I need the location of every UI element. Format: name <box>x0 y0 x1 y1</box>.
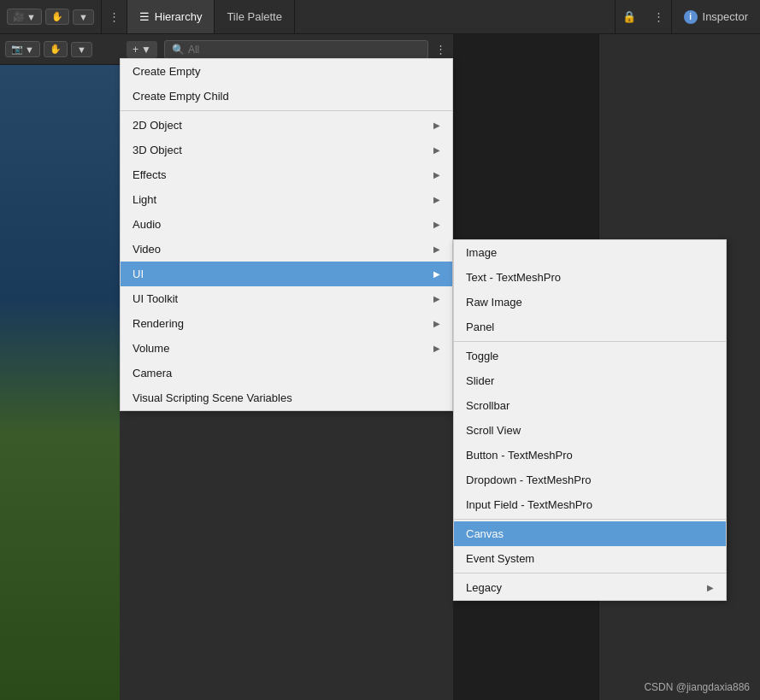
light-arrow: ▶ <box>433 195 440 204</box>
tab-tile-palette[interactable]: Tile Palette <box>215 0 295 33</box>
menu-item-scroll-view[interactable]: Scroll View <box>454 418 726 443</box>
hand2-icon: ✋ <box>50 44 62 55</box>
volume-arrow: ▶ <box>433 344 440 353</box>
rendering-arrow: ▶ <box>433 319 440 328</box>
camera-dropdown-arrow: ▼ <box>27 12 36 22</box>
audio-label: Audio <box>133 218 161 231</box>
2d-object-arrow: ▶ <box>433 121 440 130</box>
3d-object-label: 3D Object <box>133 144 182 156</box>
watermark: CSDN @jiangdaxia886 <box>644 681 750 693</box>
raw-image-label: Raw Image <box>466 296 522 309</box>
menu-item-audio[interactable]: Audio ▶ <box>121 212 452 237</box>
create-empty-child-label: Create Empty Child <box>133 90 229 103</box>
video-arrow: ▶ <box>433 244 440 254</box>
panel-label: Panel <box>466 321 494 333</box>
hierarchy-more-btn[interactable]: ⋮ <box>435 43 446 56</box>
3d-object-arrow: ▶ <box>433 145 440 155</box>
lock-icon[interactable]: 🔒 <box>622 10 636 23</box>
menu-item-camera[interactable]: Camera <box>121 361 452 385</box>
divider-1 <box>121 110 452 111</box>
menu-item-ui-toolkit[interactable]: UI Toolkit ▶ <box>121 286 452 311</box>
image-label: Image <box>466 246 497 259</box>
menu-item-slider[interactable]: Slider <box>454 368 726 393</box>
arrow2-icon: ▼ <box>77 44 86 55</box>
hierarchy-dots-icon: ⋮ <box>435 43 446 56</box>
menu-item-raw-image[interactable]: Raw Image <box>454 290 726 315</box>
menu-item-3d-object[interactable]: 3D Object ▶ <box>121 138 452 162</box>
menu-item-scrollbar[interactable]: Scrollbar <box>454 393 726 418</box>
submenu-divider-1 <box>454 341 726 342</box>
context-menu-main: Create Empty Create Empty Child 2D Objec… <box>120 58 453 411</box>
hand-icon: ✋ <box>51 11 63 22</box>
camera-icon: 🎥 <box>13 11 25 22</box>
arrow-dropdown: ▼ <box>79 12 88 22</box>
submenu-divider-2 <box>454 519 726 520</box>
camera-tool-btn[interactable]: 🎥 ▼ <box>7 9 42 25</box>
menu-item-ui[interactable]: UI ▶ <box>121 262 452 286</box>
ui-toolkit-label: UI Toolkit <box>133 292 178 305</box>
menu-item-text-textmeshpro[interactable]: Text - TextMeshPro <box>454 265 726 290</box>
light-label: Light <box>133 193 156 206</box>
audio-arrow: ▶ <box>433 220 440 229</box>
input-field-tmp-label: Input Field - TextMeshPro <box>466 498 592 511</box>
menu-item-video[interactable]: Video ▶ <box>121 237 452 262</box>
cam-icon: 📷 <box>11 44 23 55</box>
menu-item-event-system[interactable]: Event System <box>454 546 726 571</box>
scene-background <box>0 34 120 700</box>
ui-label: UI <box>133 268 144 280</box>
menu-item-input-field-textmeshpro[interactable]: Input Field - TextMeshPro <box>454 492 726 517</box>
menu-item-button-textmeshpro[interactable]: Button - TextMeshPro <box>454 443 726 468</box>
top-bar-dots-btn[interactable]: ⋮ <box>646 0 671 33</box>
menu-item-canvas[interactable]: Canvas <box>454 521 726 546</box>
menu-item-light[interactable]: Light ▶ <box>121 187 452 212</box>
toggle-label: Toggle <box>466 350 498 362</box>
camera-label: Camera <box>133 367 172 379</box>
video-label: Video <box>133 243 161 256</box>
context-menu-ui-submenu: Image Text - TextMeshPro Raw Image Panel… <box>453 239 727 601</box>
menu-item-volume[interactable]: Volume ▶ <box>121 336 452 361</box>
slider-label: Slider <box>466 374 494 387</box>
three-dots-icon: ⋮ <box>109 10 120 23</box>
menu-item-toggle[interactable]: Toggle <box>454 344 726 368</box>
menu-item-legacy[interactable]: Legacy ▶ <box>454 575 726 600</box>
menu-item-visual-scripting[interactable]: Visual Scripting Scene Variables <box>121 385 452 410</box>
legacy-label: Legacy <box>466 581 502 594</box>
menu-item-create-empty-child[interactable]: Create Empty Child <box>121 84 452 109</box>
text-tmp-label: Text - TextMeshPro <box>466 271 561 284</box>
menu-item-panel[interactable]: Panel <box>454 315 726 339</box>
tile-palette-tab-label: Tile Palette <box>227 10 282 23</box>
scene-hand-btn[interactable]: ✋ <box>44 41 68 57</box>
effects-label: Effects <box>133 168 167 181</box>
legacy-arrow: ▶ <box>707 583 714 592</box>
hierarchy-tab-label: Hierarchy <box>155 10 203 23</box>
menu-item-create-empty[interactable]: Create Empty <box>121 59 452 84</box>
menu-item-image[interactable]: Image <box>454 240 726 265</box>
2d-object-label: 2D Object <box>133 119 182 132</box>
tab-hierarchy[interactable]: ☰ Hierarchy <box>127 0 215 33</box>
lock-area: 🔒 <box>615 0 646 33</box>
tab-group: 🎥 ▼ ✋ ▼ ⋮ ☰ Hierarchy Tile Palette <box>0 0 295 33</box>
info-icon: i <box>684 10 698 24</box>
menu-item-2d-object[interactable]: 2D Object ▶ <box>121 113 452 138</box>
scrollbar-label: Scrollbar <box>466 399 510 412</box>
scroll-view-label: Scroll View <box>466 424 521 437</box>
rendering-label: Rendering <box>133 317 184 330</box>
hierarchy-search-box: 🔍 <box>164 40 428 59</box>
plus-icon: + <box>133 44 138 56</box>
menu-item-effects[interactable]: Effects ▶ <box>121 162 452 187</box>
scene-camera-btn[interactable]: 📷 ▼ <box>5 41 40 57</box>
scene-arrow-btn[interactable]: ▼ <box>71 42 92 57</box>
hierarchy-dots-before[interactable]: ⋮ <box>102 0 127 33</box>
ui-arrow: ▶ <box>433 269 440 279</box>
menu-item-rendering[interactable]: Rendering ▶ <box>121 311 452 336</box>
hand-tool-btn[interactable]: ✋ <box>45 9 69 25</box>
search-input[interactable] <box>188 44 421 56</box>
hierarchy-list-icon: ☰ <box>139 10 150 23</box>
canvas-label: Canvas <box>466 527 504 540</box>
add-object-button[interactable]: + ▼ <box>127 41 157 58</box>
create-empty-label: Create Empty <box>133 65 200 78</box>
inspector-tab[interactable]: i Inspector <box>671 0 760 33</box>
arrow-tool-btn[interactable]: ▼ <box>73 9 94 25</box>
volume-label: Volume <box>133 342 169 355</box>
menu-item-dropdown-textmeshpro[interactable]: Dropdown - TextMeshPro <box>454 468 726 492</box>
